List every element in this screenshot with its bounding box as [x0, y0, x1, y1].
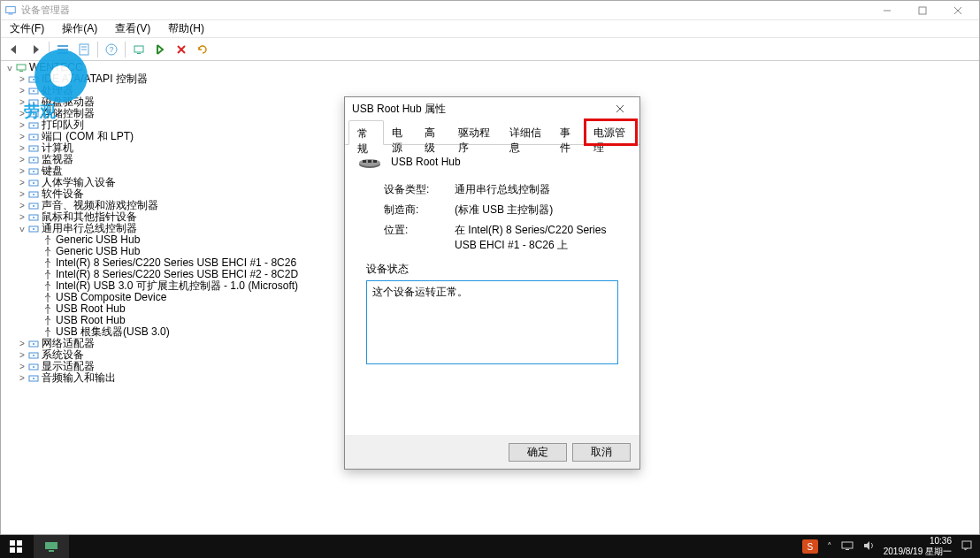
start-button[interactable]	[0, 535, 32, 558]
svg-rect-3	[919, 7, 926, 14]
help-icon[interactable]: ?	[102, 40, 121, 59]
properties-icon[interactable]	[74, 40, 94, 59]
svg-point-29	[33, 125, 34, 126]
svg-point-45	[33, 217, 34, 218]
scan-icon[interactable]	[129, 40, 149, 59]
device-category-icon	[27, 188, 40, 201]
svg-text:?: ?	[109, 45, 113, 54]
chevron-icon[interactable]: ⅴ	[17, 224, 27, 234]
taskbar[interactable]: S ˄ 10:36 2019/8/19 星期一	[0, 535, 980, 558]
svg-point-33	[33, 148, 34, 149]
device-category-icon	[27, 361, 40, 373]
titlebar[interactable]: 设备管理器	[1, 1, 979, 20]
chevron-icon[interactable]: >	[17, 350, 27, 361]
enable-icon[interactable]	[150, 40, 170, 59]
svg-point-25	[33, 102, 34, 103]
menu-help[interactable]: 帮助(H)	[165, 19, 208, 38]
chevron-icon[interactable]: >	[17, 132, 27, 142]
svg-rect-80	[962, 541, 971, 548]
usb-device-icon	[42, 257, 54, 270]
usb-device-icon	[42, 280, 54, 293]
svg-point-27	[33, 113, 34, 115]
chevron-icon[interactable]: >	[17, 339, 27, 349]
value-manufacturer: (标准 USB 主控制器)	[455, 203, 553, 218]
dialog-close-button[interactable]	[608, 99, 632, 118]
chevron-icon[interactable]: >	[17, 178, 27, 188]
chevron-icon[interactable]: >	[17, 74, 27, 85]
device-category-icon	[27, 338, 40, 350]
ime-indicator[interactable]: S	[802, 539, 818, 554]
network-icon[interactable]	[841, 539, 854, 554]
tray-chevron-up-icon[interactable]: ˄	[827, 541, 832, 553]
tree-item[interactable]: >音频输入和输出	[3, 372, 356, 384]
tab-driver[interactable]: 驱动程序	[450, 120, 501, 144]
volume-icon[interactable]	[862, 539, 875, 554]
update-icon[interactable]	[193, 40, 212, 59]
svg-point-58	[33, 343, 34, 345]
taskbar-app-devmgr[interactable]	[34, 535, 69, 558]
clock[interactable]: 10:36 2019/8/19 星期一	[884, 536, 952, 557]
device-category-icon	[27, 154, 40, 166]
chevron-icon[interactable]: >	[17, 189, 27, 200]
svg-point-60	[33, 355, 34, 356]
tab-details[interactable]: 详细信息	[501, 120, 552, 144]
device-category-icon	[27, 372, 40, 385]
window-title: 设备管理器	[21, 4, 869, 17]
computer-icon	[15, 62, 27, 74]
maximize-button[interactable]	[905, 1, 940, 20]
chevron-icon[interactable]: >	[17, 120, 27, 131]
tab-general[interactable]: 常规	[348, 120, 384, 145]
chevron-icon[interactable]: >	[17, 362, 27, 372]
properties-dialog: USB Root Hub 属性 常规 电源 高级 驱动程序 详细信息 事件 电源…	[344, 96, 640, 470]
chevron-icon[interactable]: >	[17, 143, 27, 154]
minimize-button[interactable]	[869, 1, 905, 20]
chevron-down-icon[interactable]: ⅴ	[4, 63, 15, 73]
tab-power[interactable]: 电源	[384, 120, 417, 144]
back-button[interactable]	[4, 40, 24, 59]
svg-rect-8	[57, 52, 68, 54]
separator	[49, 42, 50, 57]
menu-file[interactable]: 文件(F)	[6, 19, 48, 38]
svg-rect-14	[134, 46, 143, 52]
svg-point-52	[47, 281, 49, 283]
chevron-icon[interactable]: >	[17, 97, 27, 108]
device-tree[interactable]: ⅴWENTECC >IDE ATA/ATAPI 控制器>处理器>磁盘驱动器>存储…	[3, 62, 356, 384]
device-category-icon	[27, 177, 40, 189]
device-category-icon	[27, 85, 40, 97]
app-icon	[4, 4, 17, 17]
svg-rect-1	[8, 13, 12, 14]
details-icon[interactable]	[53, 40, 73, 59]
forward-button[interactable]	[26, 40, 45, 59]
chevron-icon[interactable]: >	[17, 86, 27, 96]
chevron-icon[interactable]: >	[17, 201, 27, 211]
chevron-icon[interactable]: >	[17, 166, 27, 177]
menu-view[interactable]: 查看(V)	[111, 19, 154, 38]
chevron-icon[interactable]: >	[17, 155, 27, 165]
chevron-icon[interactable]: >	[17, 212, 27, 223]
dialog-titlebar[interactable]: USB Root Hub 属性	[345, 97, 639, 120]
action-center-icon[interactable]	[961, 539, 973, 554]
ok-button[interactable]: 确定	[509, 443, 567, 462]
svg-point-53	[47, 293, 49, 294]
device-category-icon	[27, 349, 40, 362]
svg-point-56	[47, 327, 49, 329]
usb-device-icon	[42, 303, 54, 316]
chevron-icon[interactable]: >	[17, 109, 27, 119]
cancel-button[interactable]: 取消	[572, 443, 631, 462]
device-manager-window: 设备管理器 文件(F) 操作(A) 查看(V) 帮助(H) ? ⅴWENTECC…	[0, 0, 980, 535]
svg-point-23	[33, 90, 34, 92]
device-status-box[interactable]: 这个设备运转正常。	[366, 280, 618, 364]
svg-rect-7	[57, 49, 68, 50]
close-button[interactable]	[940, 1, 976, 20]
tab-power-management[interactable]: 电源管理	[586, 120, 636, 144]
tab-advanced[interactable]: 高级	[417, 120, 450, 144]
device-category-icon	[27, 108, 40, 120]
tab-events[interactable]: 事件	[552, 120, 586, 144]
svg-point-51	[47, 270, 49, 271]
device-status-text: 这个设备运转正常。	[372, 286, 468, 298]
chevron-icon[interactable]: >	[17, 373, 27, 384]
svg-rect-15	[137, 53, 141, 54]
device-category-icon	[27, 131, 40, 143]
menu-action[interactable]: 操作(A)	[58, 19, 101, 38]
uninstall-icon[interactable]	[172, 40, 191, 59]
